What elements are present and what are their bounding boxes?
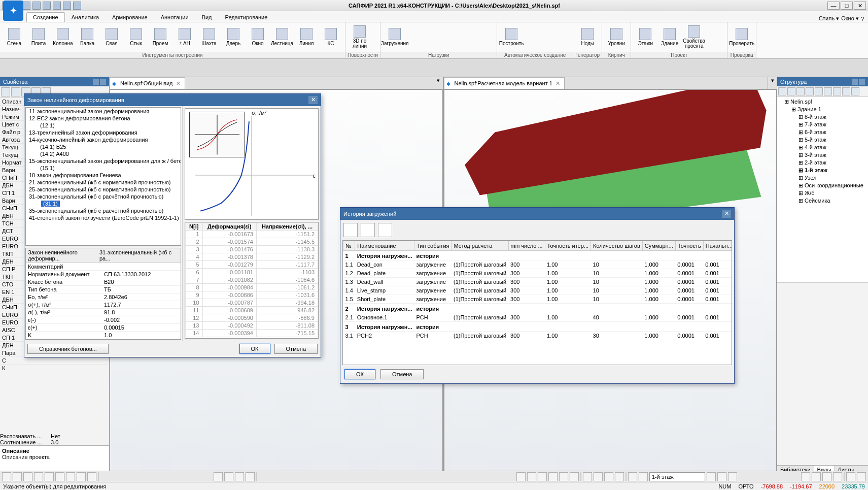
tool-Здание[interactable]: Здание [658,28,681,46]
dialog-title: История загружений [343,211,396,217]
tree-node[interactable]: ⊞ Узел [778,174,867,182]
app-title: САПФИР 2021 R1 x64-КОНСТРУКЦИИ - C:\User… [81,3,827,9]
tool-Построить[interactable]: Построить [500,28,523,46]
close-icon[interactable]: ✕ [176,80,181,87]
status-bar: Укажите объект(ы) для редактирования NUM… [0,482,868,490]
add-icon[interactable] [343,223,358,237]
tool-Плита[interactable]: Плита [27,28,50,46]
tool-Ноды[interactable]: Ноды [576,28,599,46]
panel-title: Свойства [3,79,27,85]
titlebar: САПФИР 2021 R1 x64-КОНСТРУКЦИИ - C:\User… [0,0,868,11]
app-menu-button[interactable]: ✦ [3,1,23,21]
edit-icon[interactable] [361,223,375,237]
view-tab-2[interactable]: Nelin.spf:Расчетная модель вариант 1✕ [444,77,565,89]
pin-icon[interactable] [93,79,99,85]
qat-icon[interactable] [73,2,81,10]
delete-icon[interactable] [378,223,392,237]
view-tab-1[interactable]: Nelin.spf:Общий вид✕ [110,77,185,89]
close-button[interactable]: ✕ [854,2,866,10]
spacer-strip [0,59,868,77]
tab-edit[interactable]: Редактирование [219,12,274,22]
snap-toolbar: 1-й этаж [0,471,868,482]
reference-button[interactable]: Справочник бетонов... [27,344,109,354]
structure-panel: Структура ⊞ Nelin.spf⊞ Здание 1⊞ 8-й эта… [777,77,868,474]
style-menu[interactable]: Стиль ▾ [819,15,839,22]
window-controls: — □ ✕ [827,2,866,10]
tree-node[interactable]: ⊞ 6-й этаж [778,128,867,136]
tree-node[interactable]: ⊞ 4-й этаж [778,144,867,151]
view-dropdown[interactable]: ▾ [768,77,777,89]
tool-Балка[interactable]: Балка [76,28,98,46]
tree-node[interactable]: ⊞ 5-й этаж [778,136,867,144]
view-dropdown[interactable]: ▾ [434,77,443,89]
tool-Уровни[interactable]: Уровни [605,28,628,46]
dialog-title: Закон нелинейного деформирования [27,97,124,103]
qat-icon[interactable] [22,2,30,10]
ok-button[interactable]: ОК [239,344,270,354]
window-menu[interactable]: Окно ▾ [841,15,859,22]
tool-Загружения[interactable]: Загружения [384,28,406,46]
tab-reinforcement[interactable]: Армирование [106,12,154,22]
load-history-dialog: История загружений✕ №НаименованиеТип соб… [340,207,735,384]
qat-icon[interactable] [63,2,71,10]
close-icon[interactable]: ✕ [555,80,560,87]
tool-Этажи[interactable]: Этажи [634,28,656,46]
ribbon-tabs: ✦ Создание Аналитика Армирование Аннотац… [0,11,868,22]
help-icon[interactable]: ? [861,16,864,22]
tool-Свая[interactable]: Свая [100,28,123,46]
tool-Свойства проекта[interactable]: Свойства проекта [683,25,705,49]
tree-node[interactable]: ⊞ Ж/б [778,189,867,197]
load-history-grid[interactable]: №НаименованиеТип событияМетод расчётаmin… [342,240,732,365]
tab-create[interactable]: Создание [26,12,65,22]
tab-analytics[interactable]: Аналитика [65,12,106,22]
cancel-button[interactable]: Отмена [380,369,424,379]
tool-Колонна[interactable]: Колонна [52,28,74,46]
deformation-law-dialog: Закон нелинейного деформирования✕ 11-экс… [24,93,321,357]
tree-node[interactable]: ⊞ 7-й этаж [778,121,867,128]
tool-Окно[interactable]: Окно [247,28,269,46]
x-axis-label: ε [313,173,316,179]
tree-node[interactable]: ⊞ 1-й этаж [778,167,867,174]
tree-node[interactable]: ⊞ Оси координационные [778,182,867,189]
maximize-button[interactable]: □ [841,2,853,10]
tool-Стык[interactable]: Стык [125,28,147,46]
minimize-button[interactable]: — [827,2,840,10]
close-icon[interactable]: ✕ [722,210,731,218]
qat-icon[interactable] [53,2,61,10]
tool-Шахта[interactable]: Шахта [198,28,220,46]
cancel-button[interactable]: Отмена [274,344,318,354]
description-box: Описание Описание проекта [0,445,109,474]
tree-node[interactable]: ⊞ 3-й этаж [778,151,867,159]
deformation-table[interactable]: N[i]Деформация(εi)Напряжение(σi), ...1-0… [185,222,319,339]
tool-3D по линии[interactable]: 3D по линии [349,25,371,49]
law-params: Закон нелинейного деформир...31-экспонен… [25,248,181,340]
tab-view[interactable]: Вид [195,12,219,22]
y-axis-label: σ,т/м² [252,110,267,116]
qat-icon[interactable] [32,2,41,10]
close-icon[interactable]: ✕ [308,96,318,104]
tool-Лестница[interactable]: Лестница [271,28,293,46]
tree-node[interactable]: ⊞ 8-й этаж [778,113,867,121]
group-label: Инструменты построения [0,52,345,58]
tool-± ΔH[interactable]: ± ΔH [173,28,196,46]
tool-Дверь[interactable]: Дверь [222,28,245,46]
tool-КС[interactable]: КС [320,28,342,46]
stress-strain-chart: σ,т/м² ε [185,108,319,220]
law-list[interactable]: 11-экспоненциальный закон деформирования… [25,107,181,246]
status-prompt: Укажите объект(ы) для редактирования [3,483,106,489]
tree-node[interactable]: ⊞ Nelin.spf [778,98,867,106]
tool-Проверить[interactable]: Проверить [731,28,753,46]
tab-annotations[interactable]: Аннотации [154,12,195,22]
floor-combo[interactable]: 1-й этаж [649,472,705,481]
tool-Линия[interactable]: Линия [295,28,318,46]
tree-node[interactable]: ⊞ 2-й этаж [778,159,867,167]
close-icon[interactable] [100,79,106,85]
ribbon: СтенаПлитаКолоннаБалкаСваяСтыкПроем± ΔHШ… [0,22,868,59]
tree-node[interactable]: ⊞ Здание 1 [778,106,867,113]
tool-Стена[interactable]: Стена [3,28,25,46]
qat-icon[interactable] [43,2,51,10]
ok-button[interactable]: ОК [344,369,375,379]
tool-Проем[interactable]: Проем [149,28,171,46]
tree-node[interactable]: ⊞ Сейсмика [778,197,867,205]
